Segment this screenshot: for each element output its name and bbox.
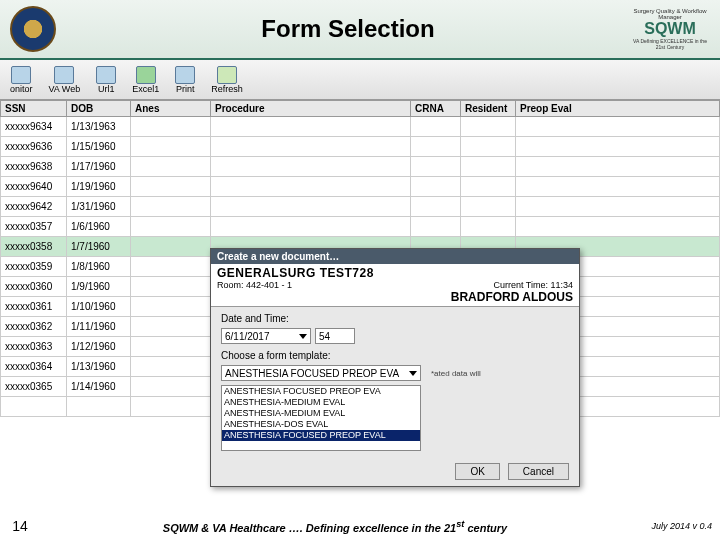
toolbar-monitor-button[interactable]: onitor xyxy=(6,64,37,96)
provider-name: BRADFORD ALDOUS xyxy=(217,290,573,304)
time-field[interactable]: 54 xyxy=(315,328,355,344)
toolbar-url1-button[interactable]: Url1 xyxy=(92,64,120,96)
excel-icon xyxy=(136,66,156,84)
choose-template-label: Choose a form template: xyxy=(221,350,569,361)
refresh-icon xyxy=(217,66,237,84)
table-row[interactable]: xxxxx96421/31/1960 xyxy=(1,197,720,217)
list-item[interactable]: ANESTHESIA FOCUSED PREOP EVA xyxy=(222,386,420,397)
print-icon xyxy=(175,66,195,84)
table-row[interactable]: xxxxx96381/17/1960 xyxy=(1,157,720,177)
cancel-button[interactable]: Cancel xyxy=(508,463,569,480)
slide-header: Form Selection Surgery Quality & Workflo… xyxy=(0,0,720,60)
toolbar-excel-button[interactable]: Excel1 xyxy=(128,64,163,96)
patient-name: GENERALSURG TEST728 xyxy=(217,266,573,280)
toolbar-vaweb-button[interactable]: VA Web xyxy=(45,64,85,96)
page-title: Form Selection xyxy=(66,15,630,43)
app-toolbar: onitor VA Web Url1 Excel1 Print Refresh xyxy=(0,60,720,100)
dialog-header: GENERALSURG TEST728 Room: 442-401 - 1 Cu… xyxy=(211,264,579,307)
list-item[interactable]: ANESTHESIA FOCUSED PREOP EVAL xyxy=(222,430,420,441)
chevron-down-icon xyxy=(299,334,307,339)
template-listbox[interactable]: ANESTHESIA FOCUSED PREOP EVAANESTHESIA-M… xyxy=(221,385,421,451)
toolbar-refresh-button[interactable]: Refresh xyxy=(207,64,247,96)
va-seal-icon xyxy=(10,6,56,52)
table-row[interactable]: xxxxx96341/13/1963 xyxy=(1,117,720,137)
note-text: *ated data will xyxy=(431,369,481,378)
ok-button[interactable]: OK xyxy=(455,463,499,480)
toolbar-print-button[interactable]: Print xyxy=(171,64,199,96)
list-item[interactable]: ANESTHESIA-MEDIUM EVAL xyxy=(222,397,420,408)
chevron-down-icon xyxy=(409,371,417,376)
list-item[interactable]: ANESTHESIA-MEDIUM EVAL xyxy=(222,408,420,419)
monitor-icon xyxy=(11,66,31,84)
link-icon xyxy=(96,66,116,84)
globe-icon xyxy=(54,66,74,84)
current-time: 11:34 xyxy=(550,280,573,290)
date-field[interactable]: 6/11/2017 xyxy=(221,328,311,344)
page-number: 14 xyxy=(0,518,40,534)
create-document-dialog: Create a new document… GENERALSURG TEST7… xyxy=(210,248,580,487)
room-value: 442-401 - 1 xyxy=(246,280,292,290)
dialog-titlebar[interactable]: Create a new document… xyxy=(211,249,579,264)
grid-header-row: SSN DOB Anes Procedure CRNA Resident Pre… xyxy=(1,101,720,117)
list-item[interactable]: ANESTHESIA-DOS EVAL xyxy=(222,419,420,430)
template-select[interactable]: ANESTHESIA FOCUSED PREOP EVA xyxy=(221,365,421,381)
sqwm-logo: Surgery Quality & Workflow Manager SQWM … xyxy=(630,6,710,52)
date-time-label: Date and Time: xyxy=(221,313,569,324)
slide-footer: 14 SQWM & VA Healthcare …. Defining exce… xyxy=(0,518,720,534)
footer-date: July 2014 v 0.4 xyxy=(630,521,720,531)
footer-text: SQWM & VA Healthcare …. Defining excelle… xyxy=(40,519,630,534)
table-row[interactable]: xxxxx96361/15/1960 xyxy=(1,137,720,157)
table-row[interactable]: xxxxx96401/19/1960 xyxy=(1,177,720,197)
table-row[interactable]: xxxxx03571/6/1960 xyxy=(1,217,720,237)
